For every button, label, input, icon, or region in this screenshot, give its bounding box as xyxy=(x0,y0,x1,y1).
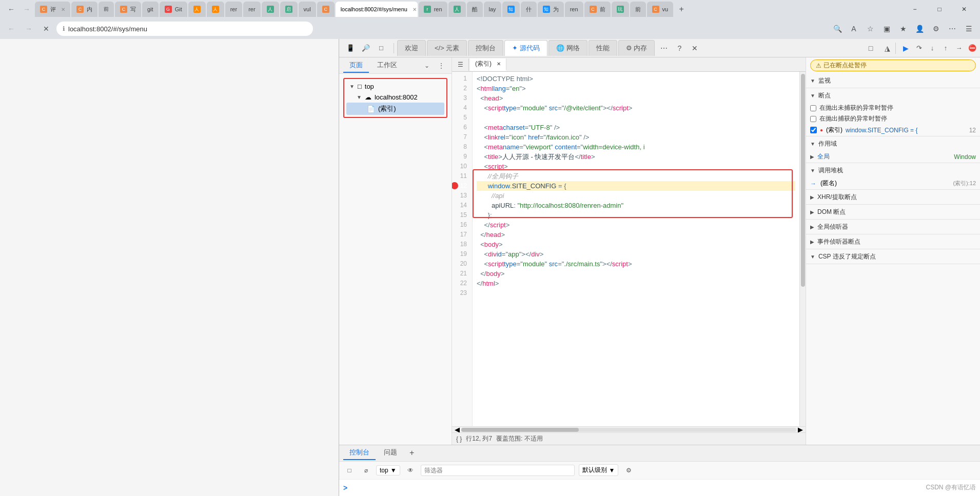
browser-tab-25[interactable]: C 前 xyxy=(584,2,611,17)
file-tab-index[interactable]: (索引) ✕ xyxy=(470,58,506,71)
browser-tab-16[interactable]: r ren xyxy=(419,2,447,17)
back-button[interactable]: ← xyxy=(4,2,18,16)
resume-button[interactable]: ▶ xyxy=(900,43,911,54)
scroll-left-button[interactable]: ◀ xyxy=(453,427,461,432)
event-listeners-header[interactable]: ▶ 事件侦听器断点 xyxy=(806,234,980,249)
tab-close-active[interactable]: ✕ xyxy=(413,7,417,12)
callstack-item-1[interactable]: → (匿名) (索引):12 xyxy=(806,177,980,189)
back-nav-button[interactable]: ← xyxy=(4,22,18,36)
browser-tab-2[interactable]: C 内 xyxy=(71,2,97,17)
breakpoint-checkbox[interactable] xyxy=(810,127,817,133)
browser-tab-24[interactable]: ren xyxy=(565,2,583,17)
xhr-header[interactable]: ▶ XHR/提取断点 xyxy=(806,190,980,204)
browser-tab-22[interactable]: 知 为 xyxy=(538,2,564,17)
forward-nav-button[interactable]: → xyxy=(22,22,36,36)
dock-side-button[interactable]: □ xyxy=(864,41,878,55)
tree-item-index[interactable]: 📄 (索引) xyxy=(346,103,444,115)
console-settings-button[interactable]: ⚙ xyxy=(622,464,635,477)
devtools-help-button[interactable]: ? xyxy=(672,41,687,55)
devtools-close-button[interactable]: ✕ xyxy=(688,41,702,55)
device-toolbar-button[interactable]: 📱 xyxy=(343,41,358,55)
console-context-selector[interactable]: top ▼ xyxy=(376,465,400,475)
browser-tab-21[interactable]: 什 xyxy=(521,2,537,17)
browser-tab-10[interactable]: rer xyxy=(243,2,260,17)
step-into-button[interactable]: ↓ xyxy=(927,43,938,54)
browser-tab-13[interactable]: vul xyxy=(299,2,316,17)
favorites-button[interactable]: ★ xyxy=(896,22,910,36)
step-over-button[interactable]: ↷ xyxy=(913,43,925,54)
console-input-field[interactable] xyxy=(349,484,976,492)
tab-close-1[interactable]: ✕ xyxy=(61,7,65,12)
browser-tab-6[interactable]: G Git xyxy=(160,2,187,17)
page-tab[interactable]: 页面 xyxy=(343,58,369,73)
translate-button[interactable]: A xyxy=(847,22,861,36)
maximize-button[interactable]: □ xyxy=(928,0,951,18)
step-out-button[interactable]: ↑ xyxy=(940,43,951,54)
search-button[interactable]: 🔍 xyxy=(830,22,845,36)
forward-button[interactable]: → xyxy=(19,2,34,16)
browser-tab-26[interactable]: 玩 xyxy=(612,2,629,17)
profile-button[interactable]: 👤 xyxy=(912,22,927,36)
bookmark-button[interactable]: ☆ xyxy=(863,22,877,36)
scroll-right-button[interactable]: ▶ xyxy=(796,427,805,432)
console-clear-button[interactable]: □ xyxy=(343,464,356,477)
browser-tab-8[interactable]: 人 xyxy=(207,2,224,17)
browser-tab-active[interactable]: localhost:8002/#/sys/menu ✕ xyxy=(336,2,418,17)
split-view-button[interactable]: ▣ xyxy=(879,22,894,36)
uncaught-exceptions-checkbox[interactable] xyxy=(810,105,816,111)
callstack-header[interactable]: ▼ 调用堆栈 xyxy=(806,163,980,177)
minimize-button[interactable]: − xyxy=(903,0,927,18)
browser-tab-19[interactable]: lay xyxy=(484,2,501,17)
inspect-button[interactable]: 🔎 xyxy=(359,41,373,55)
console-filter-input[interactable] xyxy=(421,465,575,476)
tab-welcome[interactable]: 欢迎 xyxy=(397,40,426,56)
dom-header[interactable]: ▶ DOM 断点 xyxy=(806,205,980,219)
browser-tab-1[interactable]: C 评 ✕ xyxy=(35,2,70,17)
csp-header[interactable]: ▼ CSP 违反了规定断点 xyxy=(806,249,980,264)
step-button[interactable]: → xyxy=(953,43,965,54)
refresh-button[interactable]: ⋮ xyxy=(435,59,447,72)
log-level-selector[interactable]: 默认级别 ▼ xyxy=(579,464,619,476)
close-button[interactable]: ✕ xyxy=(952,0,976,18)
console-tab[interactable]: 控制台 xyxy=(343,446,376,460)
tab-network[interactable]: 🌐 网络 xyxy=(548,40,587,56)
caught-exceptions-checkbox[interactable] xyxy=(810,116,816,122)
browser-tab-5[interactable]: git xyxy=(142,2,159,17)
add-tab-button[interactable]: + xyxy=(405,448,418,458)
reload-button[interactable]: ✕ xyxy=(39,22,53,36)
new-tab-button[interactable]: + xyxy=(674,2,689,16)
browser-tab-9[interactable]: rer xyxy=(225,2,242,17)
deactivate-button[interactable]: ⛔ xyxy=(967,43,978,54)
browser-tab-20[interactable]: 知 xyxy=(502,2,520,17)
scope-header[interactable]: ▼ 作用域 xyxy=(806,136,980,151)
tab-sources[interactable]: ✦ 源代码 xyxy=(504,40,547,56)
console-filter-button[interactable]: ⌀ xyxy=(360,464,372,477)
navigator-button[interactable]: ☰ xyxy=(454,58,466,71)
browser-tab-3[interactable]: 前 xyxy=(99,2,114,17)
browser-tab-4[interactable]: C 写 xyxy=(115,2,141,17)
workspace-tab[interactable]: 工作区 xyxy=(371,58,403,73)
tab-performance[interactable]: 性能 xyxy=(589,40,617,56)
tab-memory[interactable]: ⚙ 内存 xyxy=(618,40,655,56)
browser-tab-27[interactable]: 前 xyxy=(630,2,646,17)
url-bar[interactable]: ℹ localhost:8002/#/sys/menu xyxy=(56,22,313,36)
browser-tab-17[interactable]: 人 xyxy=(448,2,466,17)
tree-item-localhost[interactable]: ▼ ☁ localhost:8002 xyxy=(346,92,444,103)
browser-tab-18[interactable]: 酷 xyxy=(467,2,483,17)
undock-button[interactable]: ◮ xyxy=(880,41,894,55)
add-filesystem-button[interactable]: ⌄ xyxy=(421,59,433,72)
browser-tab-28[interactable]: C vu xyxy=(647,2,674,17)
sidebar-toggle[interactable]: ☰ xyxy=(962,22,976,36)
watch-header[interactable]: ▼ 监视 xyxy=(806,73,980,88)
global-listeners-header[interactable]: ▶ 全局侦听器 xyxy=(806,220,980,234)
issues-tab[interactable]: 问题 xyxy=(378,446,403,460)
tab-console[interactable]: 控制台 xyxy=(468,40,503,56)
breakpoints-header[interactable]: ▼ 断点 xyxy=(806,88,980,103)
horizontal-scrollbar[interactable]: ◀ ▶ xyxy=(452,426,806,432)
browser-tab-12[interactable]: 启 xyxy=(280,2,298,17)
devtools-more-button[interactable]: ⋯ xyxy=(657,41,671,55)
tab-elements[interactable]: </> 元素 xyxy=(427,40,467,56)
code-content[interactable]: <!DOCTYPE html> <html lang="en"> <head> … xyxy=(473,72,799,426)
browser-tab-7[interactable]: 人 xyxy=(188,2,206,17)
file-tab-close[interactable]: ✕ xyxy=(497,61,501,67)
